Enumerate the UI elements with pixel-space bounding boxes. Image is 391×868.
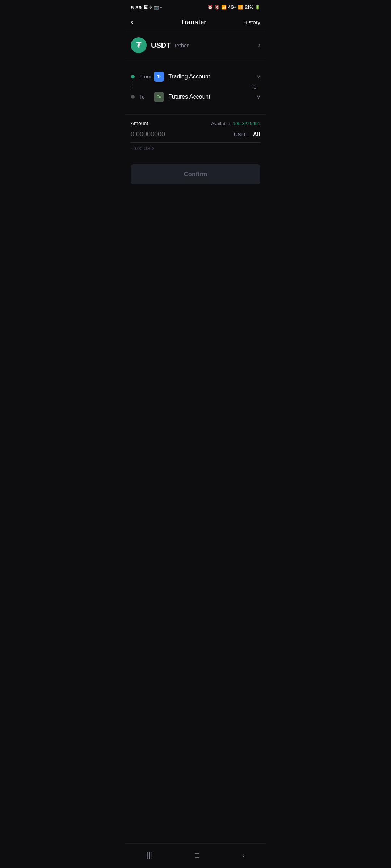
from-dot-container <box>131 75 135 78</box>
camera-icon: 📷 <box>154 5 159 10</box>
currency-symbol: USDT <box>151 41 171 50</box>
4g-icon: 4G+ <box>228 5 236 10</box>
amount-label: Amount <box>131 120 148 126</box>
from-row[interactable]: From Tr Trading Account ∨ <box>131 67 260 87</box>
dot-icon: • <box>160 5 162 9</box>
amount-input-row: USDT All <box>131 131 260 143</box>
currency-selector[interactable]: ₮ USDT Tether › <box>125 31 266 59</box>
to-chevron-icon: ∨ <box>257 94 260 100</box>
status-time: 5:39 <box>131 4 142 10</box>
back-button[interactable]: ‹ <box>131 17 144 27</box>
futures-account-badge: Fu <box>154 92 164 102</box>
swap-icon: ⇅ <box>251 83 257 91</box>
spacer <box>125 192 266 843</box>
currency-chevron-icon: › <box>258 42 260 48</box>
swap-button[interactable]: ⇅ <box>247 80 260 93</box>
to-account-name: Futures Account <box>168 94 252 100</box>
nav-back-icon[interactable]: ‹ <box>234 848 253 862</box>
to-dot <box>131 95 135 99</box>
available-label: Available: <box>211 121 231 126</box>
status-bar: 5:39 🖼 ✈ 📷 • ⏰ 🔇 📶 4G+ 📶 61% 🔋 <box>125 0 266 13</box>
history-button[interactable]: History <box>243 19 260 25</box>
currency-name: Tether <box>173 42 189 48</box>
to-dot-container <box>131 95 135 99</box>
nav-menu-icon[interactable]: ||| <box>138 848 161 862</box>
mute-icon: 🔇 <box>214 5 220 10</box>
tether-t-icon: ₮ <box>136 42 141 49</box>
arrow-icon: ✈ <box>149 5 152 10</box>
header: ‹ Transfer History <box>125 13 266 31</box>
amount-available: Available: 105.3225491 <box>211 121 260 126</box>
page-title: Transfer <box>181 18 206 26</box>
confirm-button[interactable]: Confirm <box>131 164 260 184</box>
to-row[interactable]: To Fu Futures Account ∨ <box>131 87 260 107</box>
status-left: 5:39 🖼 ✈ 📷 • <box>131 4 162 10</box>
status-right: ⏰ 🔇 📶 4G+ 📶 61% 🔋 <box>207 5 260 10</box>
signal2-icon: 📶 <box>238 5 243 10</box>
to-label: To <box>139 94 150 100</box>
from-dot <box>131 75 135 78</box>
battery-icon: 🔋 <box>255 5 260 10</box>
transfer-section: From Tr Trading Account ∨ To Fu Futures … <box>125 59 266 114</box>
amount-section: Amount Available: 105.3225491 USDT All ≈… <box>125 114 266 157</box>
photo-icon: 🖼 <box>144 5 148 9</box>
all-button[interactable]: All <box>253 131 260 138</box>
available-value: 105.3225491 <box>233 121 260 126</box>
amount-input[interactable] <box>131 131 234 138</box>
from-account-name: Trading Account <box>168 73 252 80</box>
amount-currency-label: USDT <box>234 131 249 137</box>
currency-info: USDT Tether <box>151 41 254 50</box>
connector-line <box>133 78 133 89</box>
signal-icon: 📶 <box>221 5 227 10</box>
battery-level: 61% <box>245 5 253 10</box>
alarm-icon: ⏰ <box>207 5 213 10</box>
currency-icon: ₮ <box>131 37 147 53</box>
nav-home-icon[interactable]: □ <box>186 848 208 862</box>
from-chevron-icon: ∨ <box>257 74 260 80</box>
status-icons: 🖼 ✈ 📷 • <box>144 5 162 10</box>
from-label: From <box>139 74 150 80</box>
trading-account-badge: Tr <box>154 72 164 82</box>
amount-usd-value: ≈0.00 USD <box>131 146 260 151</box>
amount-header: Amount Available: 105.3225491 <box>131 120 260 126</box>
confirm-section: Confirm <box>125 157 266 192</box>
bottom-nav: ||| □ ‹ <box>125 843 266 868</box>
